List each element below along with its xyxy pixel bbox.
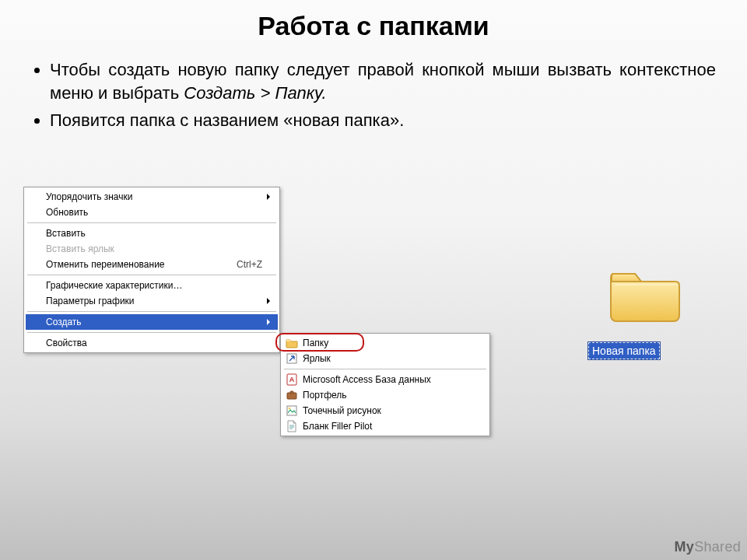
svg-point-6 (289, 408, 291, 410)
svg-text:A: A (289, 376, 295, 383)
new-folder-rename-field[interactable]: Новая папка (588, 342, 660, 359)
separator (27, 275, 276, 275)
shortcut-icon (286, 352, 298, 365)
folder-icon (286, 337, 298, 349)
create-submenu[interactable]: Папку Ярлык A Microsoft Access База данн… (280, 333, 490, 436)
menu-graphics-characteristics-label: Графические характеристики… (46, 280, 182, 291)
submenu-access-label: Microsoft Access База данных (303, 374, 431, 385)
menu-undo-rename[interactable]: Отменить переименование Ctrl+Z (26, 257, 278, 272)
submenu-briefcase-label: Портфель (303, 390, 347, 401)
submenu-fillerpilot[interactable]: Бланк Filler Pilot (282, 418, 488, 434)
separator (27, 222, 276, 223)
menu-arrange-icons-label: Упорядочить значки (46, 191, 133, 202)
menu-paste-shortcut-label: Вставить ярлык (46, 243, 114, 254)
context-menu[interactable]: Упорядочить значки Обновить Вставить Вст… (23, 187, 280, 353)
submenu-folder[interactable]: Папку (282, 335, 488, 351)
bitmap-icon (286, 404, 298, 417)
menu-create[interactable]: Создать (26, 314, 278, 330)
submenu-briefcase[interactable]: Портфель (282, 387, 488, 403)
submenu-fillerpilot-label: Бланк Filler Pilot (303, 421, 372, 432)
bullet-1-text: Чтобы создать новую папку следует правой… (50, 60, 716, 103)
separator (27, 311, 276, 312)
access-icon: A (286, 373, 298, 386)
menu-refresh-label: Обновить (46, 207, 88, 218)
menu-paste-label: Вставить (46, 228, 86, 239)
submenu-shortcut[interactable]: Ярлык (282, 351, 488, 366)
bullet-2: Появится папка с названием «новая папка»… (50, 109, 716, 132)
menu-graphics-parameters-label: Параметры графики (46, 296, 135, 306)
slide-title: Работа с папками (0, 0, 747, 41)
document-icon (286, 420, 298, 432)
svg-rect-4 (290, 391, 293, 394)
submenu-access-db[interactable]: A Microsoft Access База данных (282, 372, 488, 387)
submenu-bitmap[interactable]: Точечный рисунок (282, 403, 488, 418)
new-folder-icon-large[interactable] (607, 263, 682, 325)
menu-properties-label: Свойства (46, 338, 87, 348)
watermark-left: My (675, 539, 695, 555)
menu-paste[interactable]: Вставить (26, 226, 278, 241)
bullet-1-italic: Создать > Папку. (184, 83, 326, 103)
menu-refresh[interactable]: Обновить (26, 205, 278, 220)
menu-graphics-characteristics[interactable]: Графические характеристики… (26, 278, 278, 293)
bullet-1: Чтобы создать новую папку следует правой… (50, 58, 716, 104)
submenu-folder-label: Папку (303, 338, 328, 348)
menu-graphics-parameters[interactable]: Параметры графики (26, 293, 278, 309)
submenu-shortcut-label: Ярлык (303, 353, 331, 364)
menu-arrange-icons[interactable]: Упорядочить значки (26, 189, 278, 205)
submenu-bitmap-label: Точечный рисунок (303, 405, 381, 416)
menu-properties[interactable]: Свойства (26, 335, 278, 351)
bullet-list: Чтобы создать новую папку следует правой… (31, 58, 716, 132)
menu-undo-label: Отменить переименование (46, 259, 165, 270)
menu-create-label: Создать (46, 317, 82, 327)
separator (284, 369, 486, 369)
watermark-right: Shared (694, 539, 741, 555)
menu-paste-shortcut: Вставить ярлык (26, 241, 278, 257)
folder-icon (607, 263, 682, 325)
watermark: MyShared (675, 539, 741, 555)
new-folder-label[interactable]: Новая папка (588, 342, 660, 359)
briefcase-icon (286, 389, 298, 401)
menu-undo-shortcut: Ctrl+Z (213, 259, 262, 270)
svg-rect-5 (287, 406, 296, 415)
separator (27, 332, 276, 333)
